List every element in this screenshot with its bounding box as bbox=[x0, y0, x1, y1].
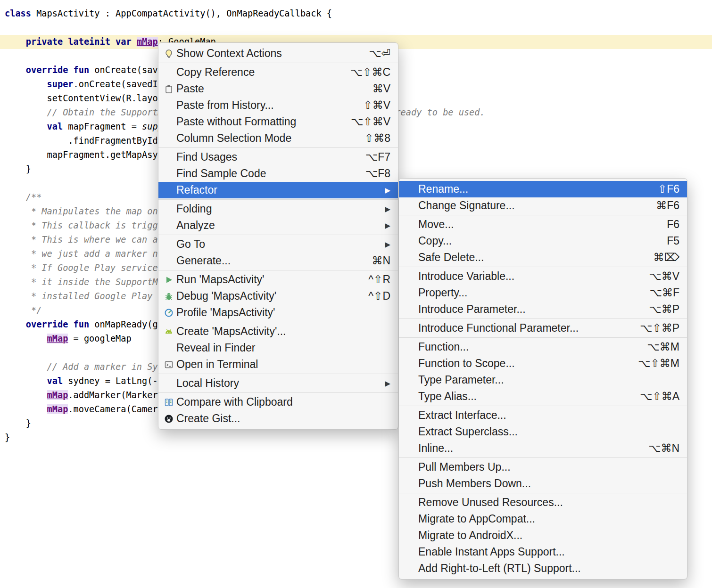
no-icon bbox=[164, 67, 176, 78]
menu-item-label: Reveal in Finder bbox=[176, 342, 255, 354]
menu-item-migrate-to-appcompat[interactable]: Migrate to AppCompat... bbox=[399, 511, 687, 527]
menu-item-label: Introduce Parameter... bbox=[418, 303, 526, 316]
menu-item-find-sample-code[interactable]: Find Sample Code⌥F8 bbox=[158, 165, 398, 182]
menu-item-label: Show Context Actions bbox=[176, 47, 282, 60]
menu-item-show-context-actions[interactable]: Show Context Actions⌥⏎ bbox=[158, 45, 398, 62]
code-token bbox=[5, 220, 31, 230]
mmap-symbol-highlight: mMap bbox=[137, 37, 158, 47]
menu-item-generate[interactable]: Generate...⌘N bbox=[158, 253, 398, 269]
menu-item-rename[interactable]: Rename...⇧F6 bbox=[399, 181, 687, 197]
menu-item-property[interactable]: Property...⌥⌘F bbox=[399, 285, 687, 301]
no-icon bbox=[164, 100, 176, 111]
menu-separator bbox=[399, 493, 687, 493]
code-token bbox=[5, 404, 47, 414]
mmap-symbol-highlight: mMap bbox=[47, 390, 68, 400]
menu-item-reveal-in-finder[interactable]: Reveal in Finder bbox=[158, 340, 398, 356]
menu-item-label: Change Signature... bbox=[418, 199, 515, 212]
menu-item-add-right-to-left-rtl-support[interactable]: Add Right-to-Left (RTL) Support... bbox=[399, 560, 687, 577]
menu-item-label: Create 'MapsActivity'... bbox=[176, 325, 286, 338]
menu-item-introduce-functional-parameter[interactable]: Introduce Functional Parameter...⌥⇧⌘P bbox=[399, 320, 687, 336]
terminal-icon bbox=[164, 359, 176, 370]
menu-item-shortcut: ⌥⌘F bbox=[638, 286, 679, 299]
menu-item-change-signature[interactable]: Change Signature...⌘F6 bbox=[399, 197, 687, 214]
code-token: val bbox=[47, 122, 68, 131]
menu-item-type-alias[interactable]: Type Alias...⌥⇧⌘A bbox=[399, 388, 687, 405]
menu-item-analyze[interactable]: Analyze▶ bbox=[158, 217, 398, 234]
menu-item-open-in-terminal[interactable]: Open in Terminal bbox=[158, 356, 398, 373]
menu-item-label: Extract Interface... bbox=[418, 409, 506, 422]
menu-separator bbox=[158, 235, 398, 235]
menu-item-copy[interactable]: Copy...F5 bbox=[399, 233, 687, 249]
menu-item-go-to[interactable]: Go To▶ bbox=[158, 236, 398, 253]
menu-item-extract-interface[interactable]: Extract Interface... bbox=[399, 407, 687, 424]
menu-item-shortcut: ⌥⌘N bbox=[637, 442, 679, 455]
menu-item-profile-mapsactivity[interactable]: Profile 'MapsActivity' bbox=[158, 304, 398, 321]
menu-item-folding[interactable]: Folding▶ bbox=[158, 201, 398, 217]
menu-item-function[interactable]: Function...⌥⌘M bbox=[399, 339, 687, 355]
menu-item-function-to-scope[interactable]: Function to Scope...⌥⇧⌘M bbox=[399, 355, 687, 372]
menu-item-enable-instant-apps-support[interactable]: Enable Instant Apps Support... bbox=[399, 544, 687, 560]
menu-item-create-gist[interactable]: Create Gist... bbox=[158, 410, 398, 427]
menu-item-extract-superclass[interactable]: Extract Superclass... bbox=[399, 424, 687, 440]
mmap-symbol-highlight: mMap bbox=[47, 404, 68, 414]
menu-item-shortcut: ⌥⏎ bbox=[357, 47, 390, 60]
menu-item-find-usages[interactable]: Find Usages⌥F7 bbox=[158, 149, 398, 165]
mmap-symbol-highlight: mMap bbox=[47, 334, 68, 343]
github-icon bbox=[164, 414, 176, 424]
menu-item-label: Debug 'MapsActivity' bbox=[176, 290, 276, 302]
menu-item-introduce-variable[interactable]: Introduce Variable...⌥⌘V bbox=[399, 268, 687, 285]
code-line: class MapsActivity : AppCompatActivity()… bbox=[0, 7, 712, 21]
code-token: /** bbox=[26, 192, 42, 202]
menu-item-shortcut: ⇧⌘V bbox=[352, 99, 390, 112]
menu-item-shortcut: ^⇧D bbox=[357, 290, 390, 302]
menu-item-compare-with-clipboard[interactable]: Compare with Clipboard bbox=[158, 394, 398, 410]
menu-item-remove-unused-resources[interactable]: Remove Unused Resources... bbox=[399, 494, 687, 511]
menu-item-label: Profile 'MapsActivity' bbox=[176, 306, 275, 319]
menu-item-paste-without-formatting[interactable]: Paste without Formatting⌥⇧⌘V bbox=[158, 114, 398, 130]
code-token bbox=[5, 206, 31, 216]
menu-item-label: Paste from History... bbox=[176, 99, 274, 112]
paste-icon bbox=[164, 84, 176, 94]
menu-item-label: Migrate to AndroidX... bbox=[418, 529, 522, 542]
menu-item-label: Analyze bbox=[176, 219, 215, 232]
menu-item-label: Add Right-to-Left (RTL) Support... bbox=[418, 562, 581, 575]
menu-item-label: Introduce Variable... bbox=[418, 270, 514, 283]
menu-item-safe-delete[interactable]: Safe Delete...⌘⌦ bbox=[399, 249, 687, 266]
no-icon bbox=[164, 256, 176, 266]
code-token bbox=[5, 376, 47, 386]
menu-item-refactor[interactable]: Refactor▶ bbox=[158, 182, 398, 198]
no-icon bbox=[164, 133, 176, 144]
menu-item-move[interactable]: Move...F6 bbox=[399, 216, 687, 233]
menu-item-create-mapsactivity[interactable]: Create 'MapsActivity'... bbox=[158, 323, 398, 340]
menu-item-pull-members-up[interactable]: Pull Members Up... bbox=[399, 459, 687, 475]
menu-item-column-selection-mode[interactable]: Column Selection Mode⇧⌘8 bbox=[158, 130, 398, 147]
menu-item-copy-reference[interactable]: Copy Reference⌥⇧⌘C bbox=[158, 64, 398, 81]
run-icon bbox=[164, 275, 176, 285]
code-token: val bbox=[47, 376, 68, 386]
menu-item-paste[interactable]: Paste⌘V bbox=[158, 81, 398, 97]
no-icon bbox=[164, 169, 176, 179]
menu-separator bbox=[158, 147, 398, 148]
code-token bbox=[5, 192, 26, 202]
menu-item-shortcut: ⇧⌘8 bbox=[353, 132, 390, 145]
menu-item-label: Migrate to AppCompat... bbox=[418, 513, 535, 525]
menu-item-paste-from-history[interactable]: Paste from History...⇧⌘V bbox=[158, 97, 398, 114]
menu-separator bbox=[158, 199, 398, 200]
menu-item-run-mapsactivity[interactable]: Run 'MapsActivity'^⇧R bbox=[158, 271, 398, 288]
editor-context-menu: Show Context Actions⌥⏎Copy Reference⌥⇧⌘C… bbox=[158, 42, 398, 430]
code-token: } bbox=[5, 433, 10, 442]
menu-separator bbox=[399, 215, 687, 215]
code-token: super bbox=[47, 79, 74, 89]
menu-item-migrate-to-androidx[interactable]: Migrate to AndroidX... bbox=[399, 527, 687, 544]
menu-item-inline[interactable]: Inline...⌥⌘N bbox=[399, 440, 687, 457]
code-token: mapFragment.getMapAsync( bbox=[5, 150, 174, 160]
menu-item-label: Find Usages bbox=[176, 151, 237, 163]
menu-item-push-members-down[interactable]: Push Members Down... bbox=[399, 475, 687, 492]
menu-item-debug-mapsactivity[interactable]: Debug 'MapsActivity'^⇧D bbox=[158, 288, 398, 304]
menu-item-type-parameter[interactable]: Type Parameter... bbox=[399, 372, 687, 388]
menu-item-label: Go To bbox=[176, 238, 205, 251]
menu-item-local-history[interactable]: Local History▶ bbox=[158, 375, 398, 392]
menu-item-introduce-parameter[interactable]: Introduce Parameter...⌥⌘P bbox=[399, 301, 687, 318]
menu-item-label: Compare with Clipboard bbox=[176, 396, 293, 408]
code-token bbox=[5, 263, 31, 273]
